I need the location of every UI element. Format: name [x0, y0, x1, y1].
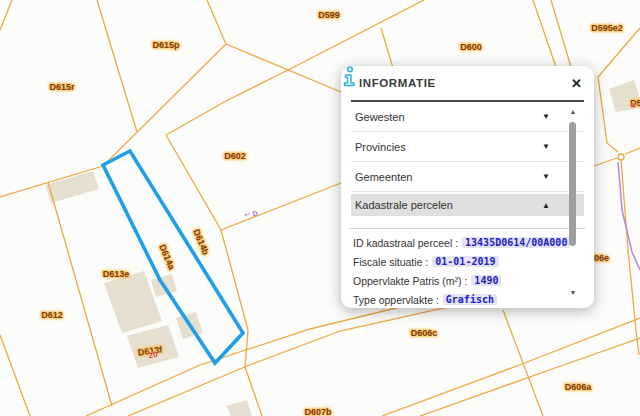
panel-title: INFORMATIE	[359, 77, 571, 89]
accordion-label: Kadastrale percelen	[355, 199, 542, 211]
accordion-label: Gewesten	[355, 111, 542, 123]
parcel-label-d595e2: D595e2	[591, 23, 623, 33]
detail-value: Grafisch	[443, 294, 497, 305]
detail-row: Fiscale situatie :01-01-2019	[353, 252, 584, 271]
detail-row: ID kadastraal perceel :13435D0614/00A000	[353, 233, 584, 252]
house-number-20: 20	[148, 350, 158, 360]
parcel-boundary-line	[551, 0, 571, 67]
parcel-label-d615p: D615p	[152, 40, 179, 50]
parcel-label-d607b: D607b	[304, 407, 331, 416]
parcel-boundary-line	[221, 183, 341, 230]
panel-header: INFORMATIE ✕	[341, 66, 594, 100]
road-line	[420, 338, 640, 416]
detail-value: 1490	[471, 275, 501, 286]
detail-label: Oppervlakte Patris (m²) :	[353, 275, 467, 287]
parcel-label-d599: D599	[318, 10, 340, 20]
parcel-boundary-line	[625, 148, 640, 154]
parcel-label-d613e: D613e	[103, 269, 130, 279]
parcel-boundary-line	[48, 182, 112, 406]
parcel-boundary-line	[0, 0, 12, 30]
detail-label: Type oppervlakte :	[353, 294, 439, 306]
accordion-item-provincies[interactable]: Provincies▼	[351, 132, 584, 162]
detail-value: 01-01-2019	[432, 256, 498, 267]
parcel-boundary-line	[533, 0, 556, 67]
junction-marker	[618, 154, 624, 160]
informatie-panel: INFORMATIE ✕ Gewesten▼Provincies▼Gemeent…	[341, 66, 594, 308]
parcel-boundary-line	[621, 160, 639, 355]
detail-row: Oppervlakte Patris (m²) :1490	[353, 271, 584, 290]
parcel-label-d606c: D606c	[411, 328, 438, 338]
scrollbar-thumb[interactable]	[569, 122, 576, 246]
parcel-label-d612: D612	[41, 310, 63, 320]
chevron-down-icon[interactable]: ▼	[542, 112, 550, 121]
parcel-boundary-line	[381, 28, 393, 68]
parcel-boundary-line	[0, 335, 30, 416]
chevron-down-icon[interactable]: ▼	[542, 142, 550, 151]
detail-label: Fiscale situatie :	[353, 256, 428, 268]
parcel-label-d615r: D615r	[49, 82, 74, 92]
detail-row: Type oppervlakte :Grafisch	[353, 290, 584, 309]
parcel-boundary-line	[503, 310, 543, 416]
info-icon	[341, 66, 357, 87]
accordion-item-gewesten[interactable]: Gewesten▼	[351, 102, 584, 132]
scroll-down-icon[interactable]: ▼	[569, 289, 577, 296]
details-divider	[349, 228, 586, 229]
parcel-boundary-line	[97, 0, 137, 132]
accordion-item-kadastrale-percelen[interactable]: Kadastrale percelen▲	[351, 194, 584, 216]
accordion-label: Gemeenten	[355, 171, 542, 183]
parcel-label-d606a: D606a	[565, 382, 592, 392]
scroll-up-icon[interactable]: ▲	[569, 108, 577, 115]
accordion-label: Provincies	[355, 141, 542, 153]
detail-value: 13435D0614/00A000	[462, 237, 570, 248]
building	[226, 400, 252, 416]
parcel-label-d600: D600	[460, 42, 482, 52]
parcel-boundary-line	[594, 158, 617, 166]
accordion-item-gemeenten[interactable]: Gemeenten▼	[351, 162, 584, 192]
parcel-label-d602: D602	[224, 151, 246, 161]
map-viewport[interactable]: D599D615pD600D595e2D615rD5D602D614bD614a…	[0, 0, 640, 416]
parcel-boundary-line	[207, 0, 226, 44]
chevron-up-icon[interactable]: ▲	[542, 201, 550, 210]
close-icon[interactable]: ✕	[571, 77, 582, 90]
chevron-down-icon[interactable]: ▼	[542, 172, 550, 181]
detail-label: ID kadastraal perceel :	[353, 237, 458, 249]
accordion-list: Gewesten▼Provincies▼Gemeenten▼Kadastrale…	[341, 102, 594, 216]
house-number-4: 4	[631, 101, 635, 110]
panel-scrollbar[interactable]: ▲ ▼	[569, 106, 577, 298]
parcel-details: ID kadastraal perceel :13435D0614/00A000…	[341, 233, 594, 309]
